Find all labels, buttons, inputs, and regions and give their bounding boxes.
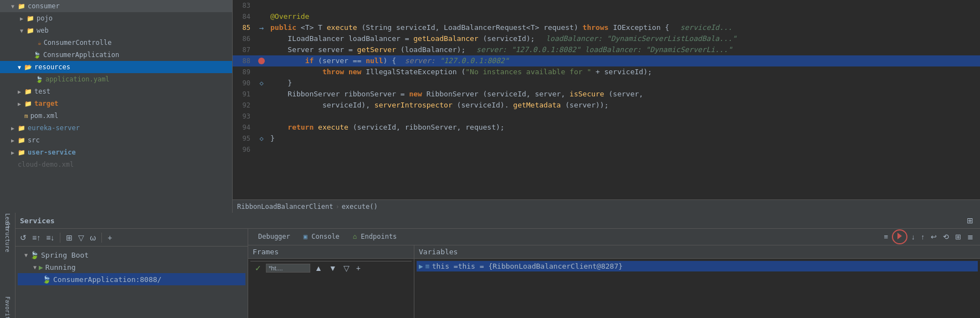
frames-check-btn[interactable]: ✓ (253, 263, 264, 274)
debug-panel: Debugger ▣ Console ⌂ Endpoints ≡ (248, 229, 980, 318)
tree-label-cloud-demo: cloud-demo.xml (18, 161, 74, 168)
kw-public-85: public (270, 23, 296, 32)
line-content-84: @Override (268, 11, 980, 22)
tree-label-pom: pom.xml (30, 112, 59, 120)
breadcrumb-class[interactable]: RibbonLoadBalancerClient (237, 203, 333, 211)
running-label: Running (45, 263, 76, 271)
tree-item-consumer[interactable]: ▼ 📁 consumer (0, 0, 232, 12)
code-line-92: 92 serviceId), serverIntrospector (servi… (233, 100, 980, 111)
hint-86: loadBalancer: "DynamicServerListLoadBala… (546, 34, 736, 43)
expand-consumer[interactable]: ▼ (11, 3, 18, 9)
debug-evaluate-btn[interactable]: ⊞ (953, 232, 963, 242)
line-num-83: 83 (233, 2, 255, 9)
hint-87: server: "127.0.0.1:8082" loadBalancer: "… (476, 45, 732, 54)
services-title: Services (20, 217, 55, 225)
services-expand-all-btn[interactable]: ≡↑ (30, 232, 43, 243)
expand-src[interactable]: ▶ (11, 137, 18, 143)
debug-step-over-btn[interactable]: ↓ (909, 232, 917, 242)
tree-item-cloud-demo[interactable]: cloud-demo.xml (0, 158, 232, 171)
tree-item-pojo[interactable]: ▶ 📁 pojo (0, 12, 232, 24)
line-content-90: } (268, 78, 980, 89)
tree-item-web[interactable]: ▼ 📁 web (0, 24, 232, 37)
tree-item-target[interactable]: ▶ 📁 target (0, 98, 232, 110)
spring-icon-ca: 🍃 (33, 52, 41, 59)
expand-eureka[interactable]: ▶ (11, 125, 18, 131)
tree-item-eureka[interactable]: ▶ 📁 eureka-server (0, 122, 232, 134)
tab-console[interactable]: ▣ Console (298, 230, 345, 244)
line-num-95: 95 (233, 135, 255, 142)
tree-item-user-service[interactable]: ▶ 📁 user-service (0, 146, 232, 158)
endpoints-icon: ⌂ (353, 233, 357, 240)
expand-web[interactable]: ▼ (20, 28, 27, 34)
debug-more-btn[interactable]: ≣ (965, 232, 976, 242)
frames-input[interactable] (266, 264, 310, 273)
debug-run-cursor-btn[interactable]: ⟲ (941, 232, 951, 242)
services-group-btn[interactable]: ⊞ (64, 232, 75, 243)
sidebar-icon-favorites[interactable]: Favorites (1, 305, 14, 318)
tree-item-app-yaml[interactable]: 🍃 application.yaml (0, 73, 232, 85)
debug-show-execution-btn[interactable]: ≡ (881, 232, 890, 242)
tab-endpoints[interactable]: ⌂ Endpoints (347, 230, 403, 244)
line-num-91: 91 (233, 90, 255, 98)
expand-test[interactable]: ▶ (18, 89, 24, 95)
line-num-85: 85 (233, 24, 255, 32)
tree-item-consumer-app[interactable]: 🍃 ConsumerApplication (0, 49, 232, 61)
tree-label-target: target (34, 100, 58, 107)
frames-add-btn[interactable]: + (354, 263, 363, 274)
line-content-86: ILoadBalancer loadBalancer = getLoadBala… (268, 33, 980, 44)
expand-target[interactable]: ▶ (18, 101, 24, 107)
frames-down-btn[interactable]: ▼ (327, 263, 339, 274)
line-content-87: Server server = getServer (loadBalancer)… (268, 44, 980, 55)
var-expand-arrow[interactable]: ▶ (419, 262, 423, 270)
line-num-92: 92 (233, 101, 255, 109)
breadcrumb-method[interactable]: execute() (342, 203, 378, 211)
tree-label-cc: ConsumerControlle (44, 39, 112, 47)
consumer-app-icon: 🍃 (42, 275, 51, 284)
debug-resume-btn[interactable] (892, 229, 907, 244)
tree-item-test[interactable]: ▶ 📁 test (0, 85, 232, 98)
yaml-icon: 🍃 (35, 76, 43, 83)
consumer-app-label: ConsumerApplication:8088/ (53, 275, 162, 284)
debug-step-out-btn[interactable]: ↩ (928, 232, 939, 242)
tree-item-pom[interactable]: m pom.xml (0, 110, 232, 122)
expand-user-service[interactable]: ▶ (11, 150, 18, 156)
consumer-app-item[interactable]: 🍃 ConsumerApplication:8088/ (18, 273, 245, 285)
spring-boot-label: Spring Boot (41, 251, 89, 259)
line-content-88: if (server == null) { server: "127.0.0.1… (268, 55, 980, 66)
services-collapse-all-btn[interactable]: ≡↓ (44, 232, 57, 243)
expand-resources[interactable]: ▼ (18, 64, 24, 70)
tree-item-resources[interactable]: ▼ 📂 resources (0, 61, 232, 73)
expand-pojo[interactable]: ▶ (20, 16, 27, 22)
spring-boot-arrow[interactable]: ▼ (24, 252, 28, 258)
sidebar-icon-structure[interactable]: Structure (1, 230, 14, 244)
variables-label: Variables (419, 248, 458, 256)
services-filter-btn[interactable]: ▽ (76, 232, 86, 243)
tab-debugger[interactable]: Debugger (253, 230, 296, 244)
tree-label-yaml: application.yaml (45, 75, 110, 83)
debug-step-into-btn[interactable]: ↑ (919, 232, 927, 242)
frames-up-btn[interactable]: ▲ (312, 263, 325, 274)
tree-label-consumer: consumer (28, 2, 60, 10)
variable-this-row[interactable]: ▶ ≡ this = this = {RibbonLoadBalancerCli… (417, 261, 978, 271)
breadcrumb-sep: › (335, 203, 339, 211)
spring-boot-running-arrow[interactable]: ▼ (33, 264, 37, 270)
tree-item-consumer-controller[interactable]: ☕ ConsumerControlle (0, 37, 232, 49)
tree-label-ca: ConsumerApplication (43, 51, 119, 59)
breakpoint-88[interactable] (258, 58, 265, 64)
services-add-btn[interactable]: + (105, 232, 114, 243)
line-num-86: 86 (233, 35, 255, 43)
code-line-93: 93 (233, 111, 980, 122)
frames-filter-btn[interactable]: ▽ (341, 263, 352, 274)
svg-marker-0 (897, 233, 902, 239)
var-icon: ≡ (425, 262, 430, 270)
tree-label-resources: resources (34, 63, 70, 71)
services-expand-btn[interactable]: ⊞ (964, 215, 976, 226)
spring-boot-item[interactable]: ▼ 🍃 Spring Boot (18, 249, 245, 261)
tree-item-src[interactable]: ▶ 📁 src (0, 134, 232, 146)
line-content-85: public <T> T execute (String serviceId, … (268, 22, 980, 33)
spring-boot-running-item[interactable]: ▼ ▶ Running (18, 261, 245, 273)
fn-execute-85: execute (327, 23, 357, 32)
arrow-90: ◇ (259, 79, 263, 87)
services-refresh-btn[interactable]: ↺ (18, 232, 29, 243)
services-settings-btn[interactable]: ω (88, 232, 98, 243)
